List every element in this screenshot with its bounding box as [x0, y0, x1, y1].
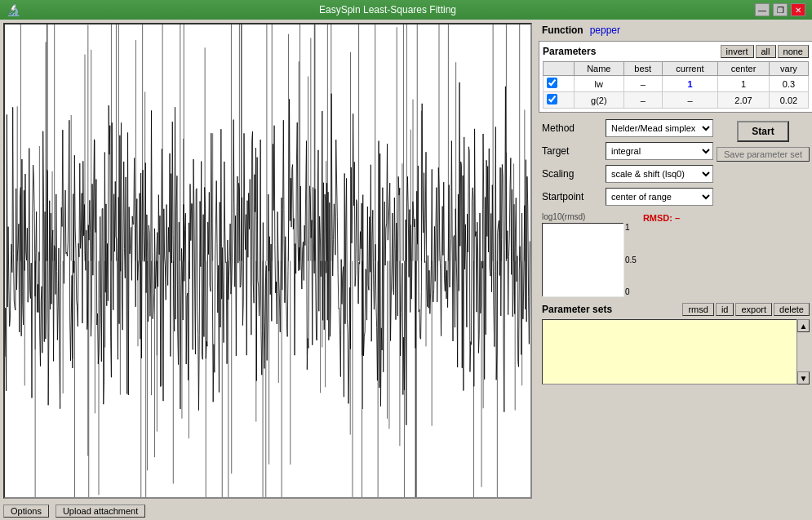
table-row: lw – 1 1 0.3	[544, 76, 809, 92]
main-container: Options Upload attachment Function peppe…	[0, 20, 812, 520]
upload-button[interactable]: Upload attachment	[55, 504, 145, 518]
id-sort-button[interactable]: id	[716, 303, 734, 316]
rmsd-value: RMSD: –	[643, 211, 680, 223]
svg-rect-121	[543, 224, 624, 297]
startpoint-row: Startpoint center of rangerandombest	[542, 188, 713, 206]
row-checkbox-cell[interactable]	[544, 76, 575, 92]
method-select[interactable]: Nelder/Mead simplexLevenberg-MarquardtMo…	[606, 119, 713, 137]
scaling-label: Scaling	[542, 168, 599, 180]
delete-button[interactable]: delete	[774, 303, 810, 316]
rmsd-y-mid: 0.5	[625, 256, 637, 264]
params-header: Parameters invert all none	[543, 45, 809, 58]
col-header-vary: vary	[769, 62, 808, 76]
scaling-row: Scaling scale & shift (lsq0)scale onlyno…	[542, 165, 713, 183]
row-center: 1	[718, 76, 770, 92]
scrollbar-down-arrow[interactable]: ▼	[797, 371, 810, 384]
controls-section: Method Nelder/Mead simplexLevenberg-Marq…	[539, 116, 812, 209]
method-row: Method Nelder/Mead simplexLevenberg-Marq…	[542, 119, 713, 137]
target-row: Target integralderivativedata points	[542, 142, 713, 160]
params-buttons: invert all none	[721, 45, 809, 58]
scrollbar-up-arrow[interactable]: ▲	[797, 319, 810, 332]
col-header-center: center	[718, 62, 770, 76]
restore-button[interactable]: ❐	[773, 3, 788, 16]
params-table: Name best current center vary lw – 1 1 0…	[543, 61, 809, 109]
row-vary: 0.3	[769, 76, 808, 92]
start-button[interactable]: Start	[737, 121, 788, 142]
function-row: Function pepper	[539, 23, 812, 38]
function-value: pepper	[590, 24, 620, 36]
row-name: lw	[574, 76, 623, 92]
target-label: Target	[542, 145, 599, 157]
row-checkbox[interactable]	[547, 94, 557, 104]
row-center: 2.07	[718, 92, 770, 109]
col-header-name: Name	[574, 62, 623, 76]
paramsets-header: Parameter sets rmsd id export delete	[542, 303, 810, 316]
invert-button[interactable]: invert	[721, 45, 754, 58]
row-best: –	[623, 92, 662, 109]
export-button[interactable]: export	[735, 303, 772, 316]
plot-area	[3, 23, 532, 499]
method-label: Method	[542, 122, 599, 134]
rmsd-sort-button[interactable]: rmsd	[682, 303, 713, 316]
rmsd-value-area: RMSD: –	[643, 212, 680, 224]
paramsets-title: Parameter sets	[542, 304, 612, 315]
paramsets-section: Parameter sets rmsd id export delete ▲ ▼	[539, 300, 812, 388]
title-bar: 🔬 EasySpin Least-Squares Fitting — ❐ ✕	[0, 0, 812, 20]
minimize-button[interactable]: —	[755, 3, 770, 16]
row-checkbox-cell[interactable]	[544, 92, 575, 109]
options-button[interactable]: Options	[3, 504, 49, 518]
rmsd-y-max: 1	[625, 223, 637, 232]
rmsd-y-labels: 1 0.5 0	[625, 223, 637, 296]
right-panel: Function pepper Parameters invert all no…	[535, 20, 812, 520]
col-header-best: best	[623, 62, 662, 76]
app-icon: 🔬	[7, 3, 20, 16]
row-best: –	[623, 76, 662, 92]
params-title: Parameters	[543, 46, 596, 57]
row-current: 1	[662, 76, 717, 92]
rmsd-section: log10(rmsd) 1 0.5 0 RMSD: –	[539, 212, 812, 296]
startpoint-select[interactable]: center of rangerandombest	[606, 188, 713, 206]
none-button[interactable]: none	[778, 45, 809, 58]
scaling-select[interactable]: scale & shift (lsq0)scale onlynone	[606, 165, 713, 183]
col-name	[544, 62, 575, 76]
row-current: –	[662, 92, 717, 109]
close-button[interactable]: ✕	[791, 3, 805, 16]
window-title: EasySpin Least-Squares Fitting	[20, 4, 755, 16]
row-name: g(2)	[574, 92, 623, 109]
rmsd-chart	[542, 223, 623, 296]
function-label: Function	[542, 24, 583, 36]
rmsd-y-min: 0	[625, 287, 637, 296]
startpoint-label: Startpoint	[542, 191, 599, 202]
paramsets-buttons: rmsd id export delete	[682, 303, 810, 316]
all-button[interactable]: all	[756, 45, 776, 58]
col-header-current: current	[662, 62, 717, 76]
rmsd-chart-svg	[543, 224, 624, 297]
target-select[interactable]: integralderivativedata points	[606, 142, 713, 160]
waveform-chart	[5, 24, 530, 497]
save-parameter-set-button[interactable]: Save parameter set	[717, 147, 810, 162]
table-row: g(2) – – 2.07 0.02	[544, 92, 809, 109]
row-vary: 0.02	[769, 92, 808, 109]
row-checkbox[interactable]	[547, 78, 557, 88]
paramsets-list[interactable]	[542, 319, 810, 384]
plot-bottom-bar: Options Upload attachment	[0, 502, 535, 520]
rmsd-chart-wrapper: log10(rmsd) 1 0.5 0	[542, 212, 637, 296]
rmsd-chart-label: log10(rmsd)	[542, 212, 585, 221]
parameters-section: Parameters invert all none Name best cur…	[539, 41, 812, 113]
window-controls: — ❐ ✕	[755, 3, 805, 16]
